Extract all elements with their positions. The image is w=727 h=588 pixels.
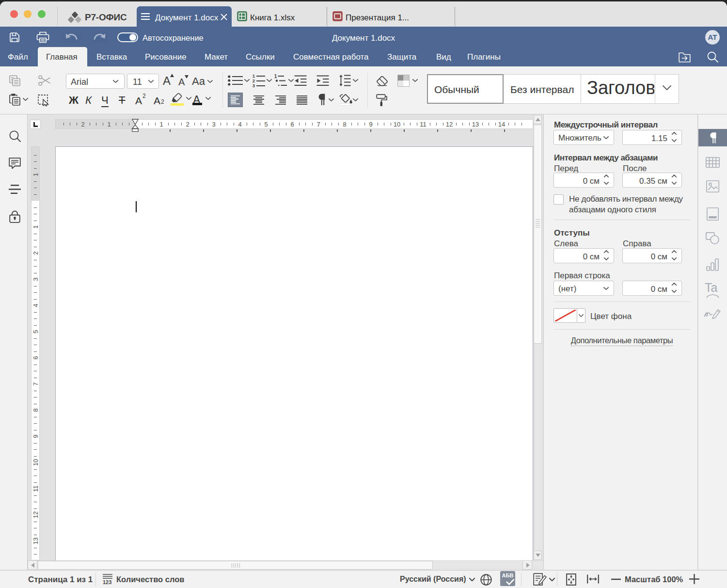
svg-text:3: 3 <box>253 83 255 87</box>
svg-text:1: 1 <box>274 74 277 79</box>
svg-text:123: 123 <box>103 579 111 584</box>
